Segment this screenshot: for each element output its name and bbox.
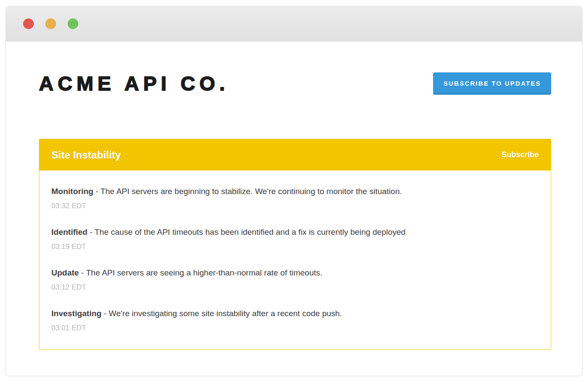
update-status: Identified (51, 227, 87, 236)
update-message: The API servers are beginning to stabili… (101, 187, 402, 196)
update-message: The cause of the API timeouts has been i… (95, 227, 406, 236)
update-status: Investigating (51, 309, 101, 318)
subscribe-to-updates-button[interactable]: SUBSCRIBE TO UPDATES (433, 72, 551, 95)
update-separator: - (95, 187, 98, 196)
incident-card: Site Instability Subscribe Monitoring - … (39, 139, 551, 350)
update-separator: - (81, 268, 84, 277)
browser-window: ACME API CO. SUBSCRIBE TO UPDATES Site I… (6, 6, 582, 376)
update-timestamp: 03:19 EDT (51, 242, 539, 251)
incident-header: Site Instability Subscribe (39, 139, 551, 171)
incident-subscribe-link[interactable]: Subscribe (502, 150, 539, 159)
close-window-icon[interactable] (23, 18, 34, 29)
update-message-line: Update - The API servers are seeing a hi… (51, 267, 539, 278)
update-separator: - (90, 227, 92, 236)
update-status: Update (51, 268, 79, 277)
window-titlebar (6, 6, 582, 42)
incident-update: Identified - The cause of the API timeou… (51, 227, 539, 251)
incident-update: Investigating - We're investigating some… (51, 308, 539, 332)
update-message-line: Identified - The cause of the API timeou… (51, 227, 539, 238)
update-separator: - (104, 309, 106, 318)
update-message: We're investigating some site instabilit… (109, 309, 342, 318)
update-message-line: Monitoring - The API servers are beginni… (51, 186, 539, 197)
page-content: ACME API CO. SUBSCRIBE TO UPDATES Site I… (6, 42, 582, 350)
incident-update: Monitoring - The API servers are beginni… (51, 186, 539, 210)
masthead: ACME API CO. SUBSCRIBE TO UPDATES (39, 72, 551, 95)
update-timestamp: 03:12 EDT (51, 283, 539, 292)
company-logo: ACME API CO. (39, 72, 229, 95)
update-message-line: Investigating - We're investigating some… (51, 308, 539, 319)
incident-updates-list: Monitoring - The API servers are beginni… (39, 171, 551, 350)
zoom-window-icon[interactable] (68, 18, 78, 29)
update-message: The API servers are seeing a higher-than… (86, 268, 322, 277)
incident-title: Site Instability (51, 149, 121, 161)
incident-update: Update - The API servers are seeing a hi… (51, 267, 539, 292)
minimize-window-icon[interactable] (45, 18, 56, 29)
update-timestamp: 03:32 EDT (51, 202, 539, 210)
update-timestamp: 03:01 EDT (51, 324, 539, 332)
update-status: Monitoring (51, 187, 93, 196)
